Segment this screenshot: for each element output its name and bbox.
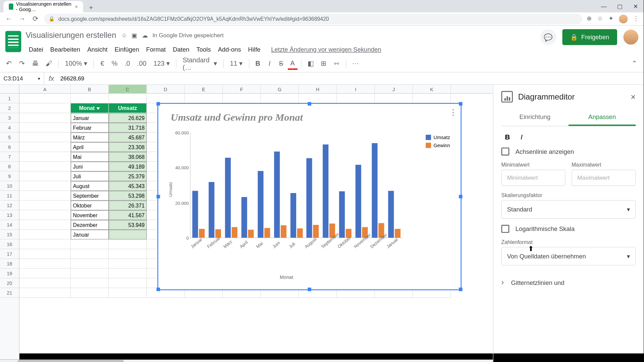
cell[interactable]: März xyxy=(71,132,109,142)
comments-button[interactable]: 💬 xyxy=(540,29,556,45)
col-header[interactable]: E xyxy=(185,85,223,93)
reload-button[interactable]: ⟳ xyxy=(31,14,40,23)
cell[interactable]: September xyxy=(71,191,109,200)
row-header[interactable]: 12 xyxy=(0,200,19,210)
zoom-dropdown[interactable]: 100% ▾ xyxy=(62,58,90,69)
cell[interactable]: Januar xyxy=(71,230,109,239)
menu-item-add-ons[interactable]: Add-ons xyxy=(215,44,244,55)
extensions-icon[interactable]: ✦ xyxy=(608,14,614,23)
italic-button[interactable]: I xyxy=(265,58,274,69)
cell[interactable] xyxy=(19,288,71,298)
cell[interactable] xyxy=(147,94,185,103)
bold-toggle[interactable]: B xyxy=(501,132,514,143)
horizontal-scrollbar[interactable] xyxy=(0,360,493,362)
profile-avatar-icon[interactable] xyxy=(619,14,628,23)
cell[interactable] xyxy=(19,152,71,162)
cell[interactable]: August xyxy=(71,181,109,191)
embedded-chart[interactable]: ⋮ Umsatz und Gewinn pro Monat UmsatzGewi… xyxy=(157,103,462,290)
log-scale-checkbox[interactable]: Logarithmische Skala xyxy=(501,225,636,233)
cell[interactable]: 41.567 xyxy=(109,210,147,220)
col-header[interactable]: K xyxy=(413,85,451,93)
gridlines-section[interactable]: › Gitternetzlinien und xyxy=(501,272,636,294)
maximize-button[interactable]: ▢ xyxy=(612,0,628,12)
cell[interactable]: Januar xyxy=(71,113,109,123)
cell[interactable]: Dezember xyxy=(71,220,109,230)
cell[interactable] xyxy=(19,259,71,268)
tab-setup[interactable]: Einrichtung xyxy=(501,109,569,126)
cell[interactable] xyxy=(19,171,71,181)
cell[interactable] xyxy=(19,162,71,171)
cell[interactable]: April xyxy=(71,142,109,152)
cell[interactable]: 49.189 xyxy=(109,162,147,171)
col-header[interactable]: C xyxy=(109,85,147,93)
url-bar[interactable]: 🔒 docs.google.com/spreadsheets/d/16sZAG8… xyxy=(44,13,582,24)
menu-item-datei[interactable]: Datei xyxy=(25,44,46,55)
cells-area[interactable]: MonatUmsatzJanuar26.629Februar31.718März… xyxy=(19,94,493,359)
row-header[interactable]: 15 xyxy=(0,230,19,239)
cell[interactable] xyxy=(109,94,147,103)
cell[interactable]: Juni xyxy=(71,162,109,171)
paint-format-button[interactable]: 🖌 xyxy=(43,58,55,69)
text-color-button[interactable]: A xyxy=(288,57,298,70)
tab-customize[interactable]: Anpassen xyxy=(569,109,636,126)
cell[interactable] xyxy=(71,239,109,249)
close-window-button[interactable]: ✕ xyxy=(628,0,644,12)
cell[interactable] xyxy=(109,288,147,298)
row-header[interactable]: 21 xyxy=(0,288,19,298)
col-header[interactable]: B xyxy=(71,85,109,93)
cell[interactable] xyxy=(19,123,71,132)
cell[interactable]: 26.371 xyxy=(109,200,147,210)
cell[interactable] xyxy=(375,94,413,103)
cell[interactable] xyxy=(185,94,223,103)
max-input[interactable]: Maximalwert xyxy=(572,170,636,186)
cell[interactable] xyxy=(109,230,147,239)
move-icon[interactable]: ▣ xyxy=(131,32,137,39)
select-all-corner[interactable] xyxy=(0,85,19,93)
cell[interactable]: Februar xyxy=(71,123,109,132)
row-header[interactable]: 3 xyxy=(0,113,19,123)
row-header[interactable]: 13 xyxy=(0,210,19,220)
cell[interactable] xyxy=(19,249,71,259)
row-header[interactable]: 9 xyxy=(0,171,19,181)
italic-toggle[interactable]: I xyxy=(517,132,526,143)
cell[interactable]: 45.343 xyxy=(109,181,147,191)
percent-button[interactable]: % xyxy=(109,58,120,69)
cell[interactable]: Monat xyxy=(71,103,109,113)
cell[interactable] xyxy=(71,94,109,103)
browser-tab[interactable]: Visualisierungen erstellen - Goog… × xyxy=(4,1,83,12)
col-header[interactable]: J xyxy=(375,85,413,93)
formula-input[interactable]: 26628,69 xyxy=(59,75,86,82)
cell[interactable]: 38.068 xyxy=(109,152,147,162)
cell[interactable]: Umsatz xyxy=(109,103,147,113)
number-format-dropdown[interactable]: 123 ▾ xyxy=(151,58,173,69)
strike-button[interactable]: S xyxy=(276,58,286,69)
cell[interactable]: 26.629 xyxy=(109,113,147,123)
user-avatar[interactable] xyxy=(623,29,638,45)
cell[interactable] xyxy=(71,288,109,298)
cloud-icon[interactable]: ☁ xyxy=(142,32,148,39)
new-tab-button[interactable]: + xyxy=(87,4,95,12)
cell[interactable] xyxy=(71,278,109,288)
cell[interactable] xyxy=(261,94,299,103)
cell[interactable] xyxy=(109,268,147,278)
col-header[interactable]: D xyxy=(147,85,185,93)
cell[interactable] xyxy=(19,239,71,249)
row-header[interactable]: 2 xyxy=(0,103,19,113)
cell[interactable]: Juli xyxy=(71,171,109,181)
row-header[interactable]: 19 xyxy=(0,268,19,278)
cell[interactable] xyxy=(19,181,71,191)
col-header[interactable]: F xyxy=(223,85,261,93)
row-header[interactable]: 14 xyxy=(0,220,19,230)
borders-button[interactable]: ⊞ xyxy=(318,58,329,69)
cell[interactable] xyxy=(19,210,71,220)
cell[interactable] xyxy=(337,94,375,103)
cell[interactable] xyxy=(19,220,71,230)
redo-button[interactable]: ↷ xyxy=(16,58,28,69)
name-box[interactable]: C3:D14▾ xyxy=(0,72,44,84)
cell[interactable]: 45.687 xyxy=(109,132,147,142)
row-header[interactable]: 6 xyxy=(0,142,19,152)
menu-item-bearbeiten[interactable]: Bearbeiten xyxy=(47,44,84,55)
cell[interactable] xyxy=(109,278,147,288)
cell[interactable] xyxy=(19,278,71,288)
chart-menu-button[interactable]: ⋮ xyxy=(449,107,457,117)
